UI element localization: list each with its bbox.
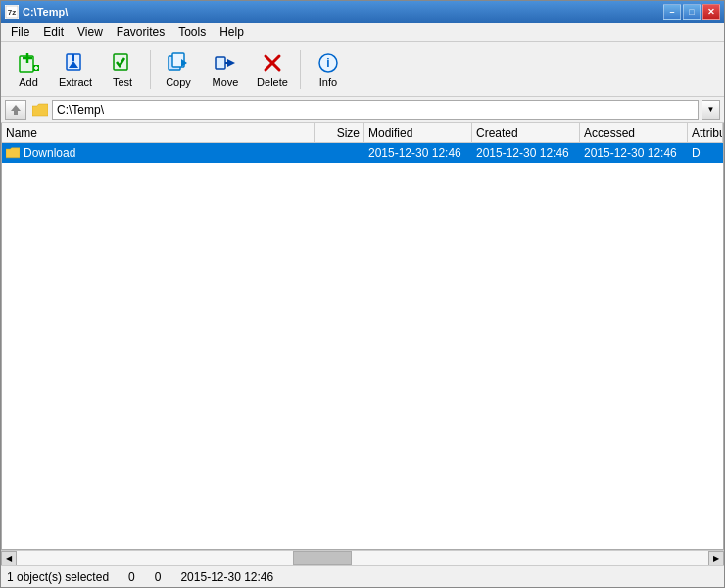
toolbar-sep-1 <box>150 50 151 89</box>
delete-label: Delete <box>257 76 288 88</box>
table-row[interactable]: Download 2015-12-30 12:46 2015-12-30 12:… <box>2 143 723 163</box>
scroll-right-button[interactable]: ▶ <box>708 551 724 566</box>
menu-view[interactable]: View <box>72 24 109 41</box>
copy-icon <box>167 51 190 74</box>
col-header-accessed[interactable]: Accessed <box>580 123 688 142</box>
scroll-thumb[interactable] <box>293 551 352 565</box>
test-icon <box>111 51 134 74</box>
title-controls: – □ ✕ <box>663 4 720 20</box>
column-headers: Name Size Modified Created Accessed Attr… <box>2 123 723 143</box>
toolbar: Add Extract Test <box>1 42 724 97</box>
status-selected: 1 object(s) selected <box>7 570 109 584</box>
extract-label: Extract <box>59 76 92 88</box>
menu-tools[interactable]: Tools <box>172 24 212 41</box>
close-button[interactable]: ✕ <box>702 4 720 20</box>
move-label: Move <box>213 76 239 88</box>
file-modified: 2015-12-30 12:46 <box>368 146 461 160</box>
menu-edit[interactable]: Edit <box>37 24 70 41</box>
status-bar: 1 object(s) selected 0 0 2015-12-30 12:4… <box>1 565 724 587</box>
title-bar: 7z C:\Temp\ – □ ✕ <box>1 1 724 23</box>
restore-button[interactable]: □ <box>683 4 701 20</box>
svg-rect-11 <box>114 54 127 70</box>
scroll-left-button[interactable]: ◀ <box>1 551 17 566</box>
app-icon: 7z <box>5 5 19 19</box>
file-accessed-cell: 2015-12-30 12:46 <box>580 145 688 161</box>
toolbar-sep-2 <box>300 50 301 89</box>
svg-rect-17 <box>225 62 231 64</box>
folder-icon <box>6 147 20 159</box>
empty-area[interactable] <box>2 163 723 549</box>
copy-button[interactable]: Copy <box>157 46 200 93</box>
svg-rect-23 <box>14 111 18 115</box>
address-dropdown[interactable]: ▼ <box>702 100 720 120</box>
extract-icon <box>64 51 87 74</box>
main-window: 7z C:\Temp\ – □ ✕ File Edit View Favorit… <box>0 0 725 588</box>
file-name-cell: Download <box>2 145 315 161</box>
menu-file[interactable]: File <box>5 24 35 41</box>
address-bar: ▼ <box>1 97 724 122</box>
col-header-attributes[interactable]: Attributes <box>688 123 723 142</box>
col-header-modified[interactable]: Modified <box>364 123 472 142</box>
info-label: Info <box>319 76 337 88</box>
minimize-button[interactable]: – <box>663 4 681 20</box>
file-list-container[interactable]: Name Size Modified Created Accessed Attr… <box>1 122 724 550</box>
file-created: 2015-12-30 12:46 <box>476 146 569 160</box>
col-header-size[interactable]: Size <box>315 123 364 142</box>
address-input[interactable] <box>52 100 699 120</box>
file-attributes-cell: D <box>688 145 723 161</box>
status-compressed: 0 <box>155 570 162 584</box>
file-created-cell: 2015-12-30 12:46 <box>472 145 580 161</box>
horizontal-scrollbar[interactable]: ◀ ▶ <box>1 550 724 565</box>
status-size: 0 <box>128 570 135 584</box>
add-label: Add <box>19 76 38 88</box>
file-name: Download <box>24 146 75 160</box>
copy-label: Copy <box>166 76 191 88</box>
svg-rect-15 <box>216 57 225 69</box>
menu-help[interactable]: Help <box>214 24 250 41</box>
test-label: Test <box>113 76 132 88</box>
file-accessed: 2015-12-30 12:46 <box>584 146 677 160</box>
delete-icon <box>261 51 284 74</box>
move-icon <box>214 51 237 74</box>
folder-icon-address <box>32 103 48 117</box>
col-header-created[interactable]: Created <box>472 123 580 142</box>
svg-text:7z: 7z <box>8 8 16 17</box>
title-text: C:\Temp\ <box>23 6 68 18</box>
svg-text:i: i <box>326 56 329 70</box>
status-modified: 2015-12-30 12:46 <box>180 570 273 584</box>
test-button[interactable]: Test <box>101 46 144 93</box>
info-icon: i <box>316 51 340 74</box>
menu-favorites[interactable]: Favorites <box>111 24 170 41</box>
up-button[interactable] <box>5 100 26 120</box>
file-modified-cell: 2015-12-30 12:46 <box>364 145 472 161</box>
scroll-track[interactable] <box>17 551 708 565</box>
add-button[interactable]: Add <box>7 46 50 93</box>
info-button[interactable]: i Info <box>307 46 350 93</box>
move-button[interactable]: Move <box>204 46 247 93</box>
add-icon <box>17 51 40 74</box>
file-size-cell <box>315 152 364 154</box>
title-bar-left: 7z C:\Temp\ <box>5 5 68 19</box>
menu-bar: File Edit View Favorites Tools Help <box>1 23 724 42</box>
file-attributes: D <box>692 146 701 160</box>
extract-button[interactable]: Extract <box>54 46 97 93</box>
col-header-name[interactable]: Name <box>2 123 315 142</box>
svg-marker-22 <box>11 105 21 111</box>
delete-button[interactable]: Delete <box>251 46 294 93</box>
